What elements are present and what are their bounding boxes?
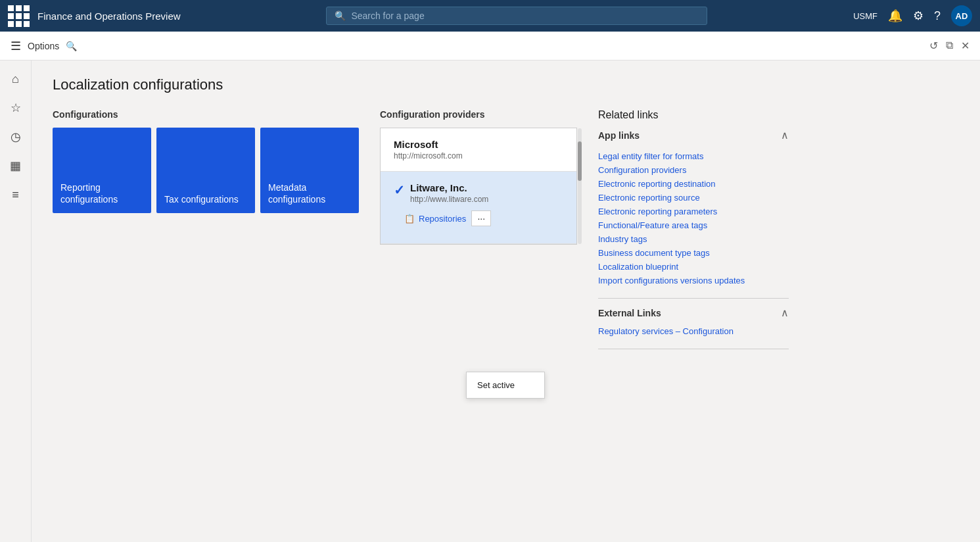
configurations-section: Configurations Reporting configurations … [53, 109, 359, 213]
reporting-configurations-label: Reporting configurations [60, 182, 143, 205]
business-document-tags-link[interactable]: Business document type tags [598, 246, 789, 260]
external-section-divider [598, 349, 789, 349]
sidebar-recent-icon[interactable]: ◷ [3, 124, 29, 150]
litware-provider-card[interactable]: ✓ Litware, Inc. http://www.litware.com 📋… [381, 172, 576, 244]
refresh-icon[interactable]: ↺ [929, 39, 938, 52]
secondary-bar: ☰ Options 🔍 ↺ ⧉ ✕ [0, 32, 980, 61]
tax-configurations-tile[interactable]: Tax configurations [156, 128, 255, 213]
providers-heading: Configuration providers [380, 109, 577, 120]
app-links-collapse-icon[interactable]: ∧ [781, 129, 789, 141]
metadata-configurations-label: Metadata configurations [268, 182, 351, 205]
er-destination-link[interactable]: Electronic reporting destination [598, 177, 789, 191]
context-dropdown-menu: Set active [466, 372, 545, 399]
industry-tags-link[interactable]: Industry tags [598, 232, 789, 246]
functional-feature-tags-link[interactable]: Functional/Feature area tags [598, 218, 789, 232]
repositories-label: Repositories [419, 214, 466, 224]
metadata-configurations-tile[interactable]: Metadata configurations [260, 128, 359, 213]
more-options-button[interactable]: ··· [471, 210, 491, 226]
providers-container: Microsoft http://microsoft.com ✓ Litware… [380, 128, 577, 245]
scroll-bar[interactable] [578, 128, 582, 244]
settings-icon[interactable]: ⚙ [913, 9, 923, 23]
scroll-thumb [578, 141, 582, 181]
litware-provider-url: http://www.litware.com [410, 195, 563, 204]
external-links-collapse-icon[interactable]: ∧ [781, 307, 789, 319]
set-active-menu-item[interactable]: Set active [467, 375, 544, 395]
top-navigation-bar: Finance and Operations Preview 🔍 USMF 🔔 … [0, 0, 980, 32]
top-right-actions: USMF 🔔 ⚙ ? AD [853, 5, 972, 26]
tax-configurations-label: Tax configurations [164, 193, 239, 205]
repositories-icon: 📋 [404, 214, 415, 224]
left-sidebar: ⌂ ☆ ◷ ▦ ≡ [0, 61, 32, 542]
sidebar-workspaces-icon[interactable]: ▦ [3, 153, 29, 179]
app-links-group-header: App links ∧ [598, 129, 789, 144]
section-divider [598, 298, 789, 299]
related-links-title: Related links [598, 109, 789, 121]
main-layout: ⌂ ☆ ◷ ▦ ≡ Localization configurations Co… [0, 61, 980, 542]
microsoft-provider-card[interactable]: Microsoft http://microsoft.com [381, 128, 576, 172]
close-icon[interactable]: ✕ [961, 39, 969, 52]
configuration-providers-link[interactable]: Configuration providers [598, 163, 789, 177]
external-links-group: External Links ∧ Regulatory services – C… [598, 307, 789, 338]
user-avatar[interactable]: AD [951, 5, 972, 26]
more-dots-icon: ··· [477, 213, 485, 224]
litware-provider-name: Litware, Inc. [410, 182, 563, 193]
litware-card-content: ✓ Litware, Inc. http://www.litware.com [394, 182, 563, 204]
er-source-link[interactable]: Electronic reporting source [598, 191, 789, 205]
provider-actions: 📋 Repositories ··· [394, 204, 563, 233]
related-links-section: Related links App links ∧ Legal entity f… [598, 109, 789, 357]
page-title: Localization configurations [53, 76, 959, 93]
microsoft-provider-name: Microsoft [394, 139, 563, 150]
app-links-group: App links ∧ Legal entity filter for form… [598, 129, 789, 287]
sidebar-tasks-icon[interactable]: ≡ [3, 182, 29, 208]
app-grid-icon[interactable] [8, 5, 30, 27]
localization-blueprint-link[interactable]: Localization blueprint [598, 260, 789, 274]
secondary-actions: ↺ ⧉ ✕ [929, 39, 969, 52]
active-checkmark-icon: ✓ [394, 182, 405, 198]
app-title: Finance and Operations Preview [37, 11, 181, 22]
external-links-group-header: External Links ∧ [598, 307, 789, 319]
search-input[interactable] [351, 11, 699, 21]
repositories-button[interactable]: 📋 Repositories [404, 214, 466, 224]
sections-container: Configurations Reporting configurations … [53, 109, 959, 357]
secondary-title: Options [28, 41, 59, 51]
sidebar-favorites-icon[interactable]: ☆ [3, 95, 29, 121]
import-configurations-link[interactable]: Import configurations versions updates [598, 274, 789, 287]
global-search-bar[interactable]: 🔍 [326, 7, 707, 25]
configurations-heading: Configurations [53, 109, 359, 120]
er-parameters-link[interactable]: Electronic reporting parameters [598, 205, 789, 218]
popout-icon[interactable]: ⧉ [946, 39, 953, 52]
sidebar-home-icon[interactable]: ⌂ [3, 66, 29, 92]
search-icon: 🔍 [335, 11, 346, 21]
app-links-heading: App links [598, 130, 640, 141]
reporting-configurations-tile[interactable]: Reporting configurations [53, 128, 151, 213]
microsoft-provider-url: http://microsoft.com [394, 151, 563, 160]
main-content-area: Localization configurations Configuratio… [32, 61, 980, 542]
providers-section: Configuration providers Microsoft http:/… [380, 109, 577, 245]
config-tiles-container: Reporting configurations Tax configurati… [53, 128, 359, 213]
notifications-icon[interactable]: 🔔 [888, 9, 902, 23]
company-label: USMF [853, 11, 877, 21]
external-links-heading: External Links [598, 308, 661, 318]
regulatory-services-link[interactable]: Regulatory services – Configuration [598, 324, 789, 338]
secondary-search-icon[interactable]: 🔍 [66, 41, 77, 51]
hamburger-icon[interactable]: ☰ [11, 39, 21, 53]
legal-entity-filter-link[interactable]: Legal entity filter for formats [598, 149, 789, 163]
litware-info: Litware, Inc. http://www.litware.com [410, 182, 563, 204]
help-icon[interactable]: ? [934, 9, 941, 23]
